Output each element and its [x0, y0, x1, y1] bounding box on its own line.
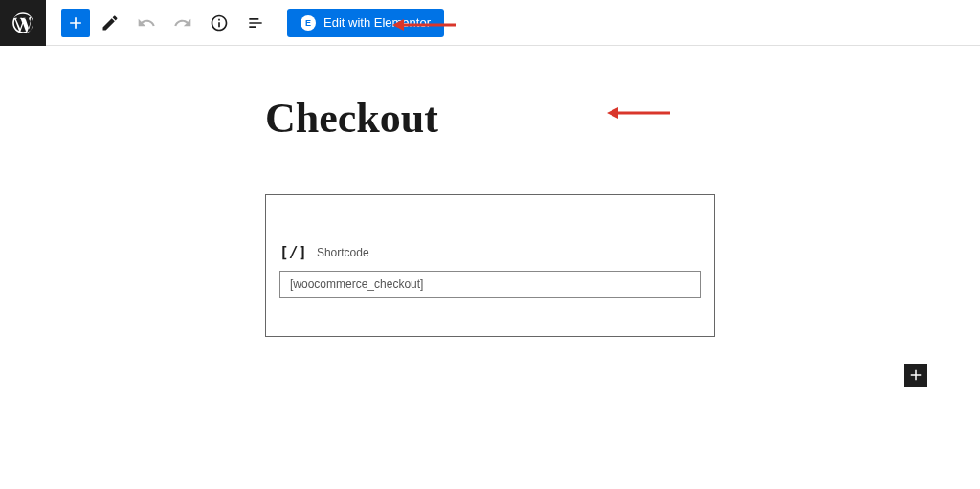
pencil-icon: [100, 13, 120, 33]
svg-marker-3: [607, 107, 618, 119]
info-button[interactable]: [203, 7, 235, 39]
svg-marker-1: [392, 19, 404, 31]
toolbar-tools: E Edit with Elementor: [46, 7, 444, 39]
redo-button[interactable]: [167, 7, 199, 39]
shortcode-input[interactable]: [279, 271, 701, 298]
shortcode-icon: [/]: [279, 243, 307, 261]
plus-icon: [66, 13, 85, 33]
edit-tool-button[interactable]: [94, 7, 126, 39]
add-block-inline-button[interactable]: [904, 364, 927, 387]
editor-content: Checkout [/] Shortcode: [0, 46, 980, 337]
add-block-toolbar-button[interactable]: [61, 9, 90, 37]
annotation-arrow-2: [605, 105, 672, 121]
shortcode-header: [/] Shortcode: [279, 243, 701, 261]
outline-button[interactable]: [239, 7, 272, 39]
plus-icon: [907, 367, 924, 384]
redo-icon: [173, 13, 192, 33]
editor-toolbar: E Edit with Elementor: [0, 0, 980, 46]
shortcode-label: Shortcode: [317, 246, 369, 259]
undo-button[interactable]: [130, 7, 163, 39]
annotation-arrow-1: [390, 17, 457, 33]
wordpress-logo[interactable]: [0, 0, 46, 46]
list-outline-icon: [246, 13, 265, 33]
shortcode-block[interactable]: [/] Shortcode: [265, 194, 715, 337]
undo-icon: [137, 13, 156, 33]
elementor-icon: E: [301, 15, 316, 31]
info-icon: [210, 13, 229, 33]
wordpress-icon: [11, 11, 35, 35]
